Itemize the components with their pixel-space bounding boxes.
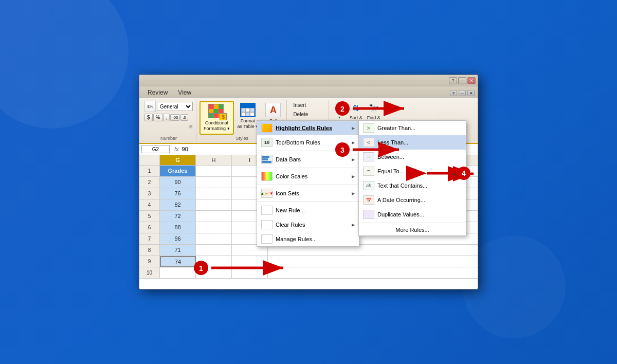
menu-item-newrule[interactable]: New Rule... — [257, 203, 359, 217]
managerule-label: Manage Rules... — [276, 236, 355, 242]
between-label: Between... — [377, 154, 462, 160]
duplicatevalues-label: Duplicate Values... — [377, 211, 462, 217]
delete-btn[interactable]: Delete — [291, 110, 325, 119]
databars-arrow: ▶ — [352, 157, 355, 162]
table-row: 10 — [139, 267, 478, 279]
conditional-formatting-btn[interactable]: $ ConditionalFormatting ▾ — [199, 101, 234, 135]
cell-g1[interactable]: Grades — [160, 166, 196, 177]
cell-g8[interactable]: 71 — [160, 245, 196, 256]
equalto-label: Equal To... — [377, 168, 462, 174]
cell-g2[interactable]: 90 — [160, 177, 196, 188]
highlight-arrow: ▶ — [352, 126, 355, 131]
cell-g5[interactable]: 72 — [160, 211, 196, 222]
cell-g7[interactable]: 96 — [160, 233, 196, 245]
row-header-9: 9 — [139, 256, 160, 267]
currency-btn[interactable]: $ — [144, 114, 153, 121]
cell-h1[interactable] — [196, 166, 232, 177]
menu-item-iconsets[interactable]: ▲►▼ Icon Sets ▶ — [257, 186, 359, 201]
greaterthan-icon: > — [363, 123, 374, 133]
tab-review[interactable]: Review — [142, 88, 173, 97]
cell-i9[interactable] — [232, 256, 268, 267]
cell-h7[interactable] — [196, 233, 232, 245]
colorscales-icon — [261, 172, 273, 181]
cf-dropdown-menu[interactable]: Highlight Cells Rules ▶ 10 Top/Bottom Ru… — [257, 120, 359, 247]
menu-item-duplicatevalues[interactable]: Duplicate Values... — [359, 207, 466, 222]
highlight-label: Highlight Cells Rules — [276, 125, 349, 131]
lessthan-label: Less Than... — [377, 139, 462, 145]
clearrule-icon — [261, 220, 273, 229]
cell-g9[interactable]: 74 — [160, 256, 196, 267]
menu-item-clearrule[interactable]: Clear Rules ▶ — [257, 217, 359, 232]
format-select[interactable]: General — [157, 102, 193, 111]
cell-h2[interactable] — [196, 177, 232, 188]
help-btn[interactable]: ? — [449, 77, 457, 84]
name-box[interactable] — [141, 145, 170, 153]
col-header-g[interactable]: G — [160, 155, 196, 166]
cell-h5[interactable] — [196, 211, 232, 222]
window-minimize-icon[interactable]: — — [459, 90, 466, 96]
cell-i10[interactable] — [232, 267, 268, 279]
menu-item-lessthan[interactable]: < Less Than... — [359, 135, 466, 150]
cell-h8[interactable] — [196, 245, 232, 256]
cell-h4[interactable] — [196, 199, 232, 211]
row-header-5: 5 — [139, 211, 160, 222]
percent-btn[interactable]: % — [153, 114, 163, 121]
number-format-icon: $% — [144, 101, 156, 112]
menu-item-between[interactable]: ↔ Between... — [359, 150, 466, 164]
autosum-icon: Σ — [332, 101, 347, 115]
insert-btn[interactable]: Insert — [291, 101, 325, 110]
number-group-label: Number — [160, 136, 177, 141]
cell-g4[interactable]: 82 — [160, 199, 196, 211]
ribbon-group-number: $% General $ % , .00 .0 ⊞ Num — [141, 100, 196, 142]
morerules-label: More Rules... — [395, 227, 429, 233]
cell-h6[interactable] — [196, 222, 232, 233]
menu-item-equalto[interactable]: = Equal To... — [359, 164, 466, 178]
menu-item-topbottom[interactable]: 10 Top/Bottom Rules ▶ — [257, 135, 359, 150]
dec-increase-btn[interactable]: .00 — [170, 114, 180, 121]
row-header-8: 8 — [139, 245, 160, 256]
window-help-icon[interactable]: ? — [450, 90, 457, 96]
cell-h10[interactable] — [196, 267, 232, 279]
format-table-icon — [240, 103, 256, 117]
topbottom-icon: 10 — [261, 138, 273, 147]
format-table-label: Formatas Table ▾ — [238, 118, 259, 130]
number-group-expand[interactable]: ⊞ — [189, 124, 193, 129]
dec-decrease-btn[interactable]: .0 — [180, 114, 188, 121]
cell-g10[interactable] — [160, 267, 196, 279]
menu-item-morerules[interactable]: More Rules... — [359, 224, 466, 235]
menu-item-highlight[interactable]: Highlight Cells Rules ▶ — [257, 121, 359, 135]
menu-item-greaterthan[interactable]: > Greater Than... — [359, 121, 466, 135]
menu-item-managerule[interactable]: Manage Rules... — [257, 232, 359, 246]
menu-item-colorscales[interactable]: Color Scales ▶ — [257, 169, 359, 184]
row-header-4: 4 — [139, 199, 160, 211]
excel-window: ? — ✕ Review View ? — ✕ $% — [139, 75, 478, 289]
equalto-icon: = — [363, 167, 374, 176]
col-header-h[interactable]: H — [196, 155, 232, 166]
cell-h3[interactable] — [196, 188, 232, 199]
between-icon: ↔ — [363, 152, 374, 161]
menu-item-dateoccurring[interactable]: 📅 A Date Occurring... — [359, 193, 466, 207]
databars-label: Data Bars — [276, 156, 349, 162]
sort-icon: ⇅ — [349, 101, 363, 115]
row-header-3: 3 — [139, 188, 160, 199]
highlight-submenu[interactable]: > Greater Than... < Less Than... ↔ Betwe… — [358, 120, 466, 236]
iconsets-icon: ▲►▼ — [261, 189, 273, 198]
comma-btn[interactable]: , — [163, 114, 170, 121]
managerule-icon — [261, 234, 273, 244]
menu-item-textcontains[interactable]: ab Text that Contains... — [359, 178, 466, 193]
cf-icon: $ — [208, 104, 225, 119]
cell-h9[interactable] — [196, 256, 232, 267]
clearrule-label: Clear Rules — [276, 222, 349, 228]
cell-g6[interactable]: 88 — [160, 222, 196, 233]
close-btn[interactable]: ✕ — [467, 77, 476, 84]
tab-bar: Review View ? — ✕ — [139, 86, 478, 98]
menu-item-databars[interactable]: Data Bars ▶ — [257, 152, 359, 167]
minimize-btn[interactable]: — — [458, 77, 466, 84]
window-restore-icon[interactable]: ✕ — [467, 90, 475, 96]
cell-g3[interactable]: 76 — [160, 188, 196, 199]
dateoccurring-label: A Date Occurring... — [377, 197, 462, 203]
title-bar: ? — ✕ — [139, 75, 478, 86]
newrule-icon — [261, 206, 273, 215]
iconsets-arrow: ▶ — [352, 191, 355, 196]
tab-view[interactable]: View — [173, 88, 196, 97]
